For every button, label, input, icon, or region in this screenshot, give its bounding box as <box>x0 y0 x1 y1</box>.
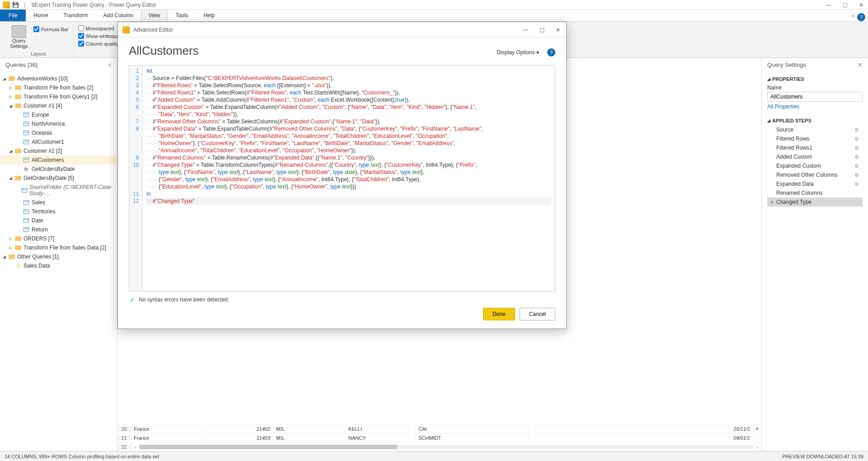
delete-step-icon[interactable]: ✕ <box>770 200 774 205</box>
properties-heading: PROPERTIES <box>772 76 804 82</box>
tab-help[interactable]: Help <box>196 9 222 21</box>
applied-step[interactable]: Filtered Rows1⚙ <box>767 143 863 152</box>
status-bar: 14 COLUMNS, 999+ ROWS Column profiling b… <box>0 451 868 461</box>
tree-item[interactable]: ◢AdventureWorks [10] <box>0 74 117 83</box>
tab-home[interactable]: Home <box>26 9 56 21</box>
applied-step[interactable]: ✕Changed Type <box>767 198 863 207</box>
help-icon[interactable]: ? <box>547 48 555 56</box>
dialog-title: Advanced Editor <box>133 27 173 33</box>
applied-step[interactable]: Filtered Rows⚙ <box>767 134 863 143</box>
tree-item-label: Customer #1 [4] <box>23 103 62 109</box>
divider-icon: | <box>21 1 28 9</box>
advanced-editor-dialog: Advanced Editor — ▢ ✕ AllCustomers Displ… <box>117 22 567 329</box>
formula-bar-checkbox[interactable]: Formula Bar <box>33 25 69 33</box>
window-title: 9Expert Training Power Query - Power Que… <box>32 2 156 8</box>
tree-item[interactable]: Date <box>0 216 117 225</box>
tree-item[interactable]: AllCustomers <box>0 155 117 165</box>
tree-item[interactable]: ▷ORDERS [7] <box>0 234 117 243</box>
save-icon[interactable]: 💾 <box>12 1 19 9</box>
settings-title: Query Settings <box>767 61 806 68</box>
tab-file[interactable]: File <box>0 9 26 21</box>
applied-step[interactable]: Removed Other Columns⚙ <box>767 170 863 179</box>
tree-item[interactable]: Territories <box>0 207 117 216</box>
step-label: Removed Other Columns <box>776 172 837 178</box>
tree-item[interactable]: SourceFolder (C:\9EXPERT-Case-Study-… <box>0 183 117 198</box>
tree-item[interactable]: Return <box>0 225 117 234</box>
ribbon-collapse-icon[interactable]: ^ <box>852 14 854 20</box>
tab-tools[interactable]: Tools <box>168 9 196 21</box>
tree-item[interactable]: fxGetOrdersByDate <box>0 165 117 174</box>
tab-view[interactable]: View <box>141 9 168 21</box>
tree-item[interactable]: Europe <box>0 110 117 119</box>
table-row[interactable]: 21France11403MS.NANCYSCHMIDT09/01/1 <box>117 433 761 442</box>
applied-step[interactable]: Expanded Data⚙ <box>767 179 863 188</box>
queries-tree[interactable]: ◢AdventureWorks [10]▷Transform File from… <box>0 72 117 451</box>
tree-item[interactable]: ◢Customer #1 [4] <box>0 101 117 110</box>
step-label: Filtered Rows1 <box>776 145 812 151</box>
tree-item-label: Sales <box>32 199 45 206</box>
query-settings-button[interactable]: Query Settings <box>8 24 30 49</box>
code-editor[interactable]: 123456 78 910 1112 let····Source = Folde… <box>129 65 555 292</box>
window-titlebar: 💾 | 9Expert Training Power Query - Power… <box>0 0 868 10</box>
table-row[interactable]: 22‹› <box>117 442 761 451</box>
tree-item[interactable]: ◢GetOrdersByDate [5] <box>0 174 117 183</box>
dialog-minimize-icon[interactable]: — <box>522 27 529 33</box>
query-settings-panel: Query Settings ✕ ◢PROPERTIES Name All Pr… <box>761 58 868 451</box>
step-label: Filtered Rows <box>776 136 809 142</box>
window-maximize-icon[interactable]: ▢ <box>841 2 849 8</box>
app-icon <box>3 1 10 9</box>
gear-icon[interactable]: ⚙ <box>854 163 859 169</box>
gear-icon[interactable]: ⚙ <box>854 145 859 151</box>
step-label: Source <box>776 127 793 133</box>
ribbon-tabs: File Home Transform Add Column View Tool… <box>0 10 868 22</box>
queries-collapse-icon[interactable]: < <box>108 61 112 68</box>
applied-steps-heading: APPLIED STEPS <box>772 118 812 123</box>
window-minimize-icon[interactable]: — <box>825 2 833 8</box>
tree-item[interactable]: ▷Transform File from Sales [2] <box>0 83 117 92</box>
scroll-right-icon[interactable]: › <box>753 444 761 450</box>
gear-icon[interactable]: ⚙ <box>854 136 859 142</box>
tree-item[interactable]: ◢Other Queries [1] <box>0 252 117 261</box>
gear-icon[interactable]: ⚙ <box>854 172 859 178</box>
tree-item-label: Other Queries [1] <box>17 254 59 260</box>
tab-add-column[interactable]: Add Column <box>96 9 141 21</box>
tree-item[interactable]: NorthAmerica <box>0 119 117 128</box>
help-icon[interactable]: ? <box>857 13 865 21</box>
tree-item-label: AdventureWorks [10] <box>17 75 68 82</box>
gear-icon[interactable]: ⚙ <box>854 181 859 187</box>
tree-item-label: NorthAmerica <box>32 121 65 127</box>
applied-step[interactable]: Source⚙ <box>767 125 863 134</box>
gear-icon[interactable]: ⚙ <box>854 154 859 160</box>
done-button[interactable]: Done <box>483 308 515 320</box>
tree-item[interactable]: ◢Customer #2 [2] <box>0 146 117 155</box>
step-label: Changed Type <box>776 199 812 205</box>
dialog-close-icon[interactable]: ✕ <box>554 27 562 33</box>
name-label: Name <box>767 84 863 92</box>
tree-item-label: AllCustomers <box>32 157 64 163</box>
tree-item[interactable]: ▷Transform File from Sales Data [2] <box>0 243 117 252</box>
dialog-maximize-icon[interactable]: ▢ <box>538 27 545 33</box>
tree-item-label: Territories <box>32 208 56 215</box>
gear-icon[interactable]: ⚙ <box>854 127 859 133</box>
step-label: Added Custom <box>776 154 812 160</box>
applied-step[interactable]: Expanded Custom⚙ <box>767 161 863 170</box>
all-properties-link[interactable]: All Properties <box>767 102 799 112</box>
query-name-input[interactable] <box>767 92 863 102</box>
scroll-left-icon[interactable]: ‹ <box>131 444 139 450</box>
tree-item[interactable]: Sales <box>0 198 117 207</box>
tree-item[interactable]: ⚠Sales Data <box>0 261 117 270</box>
applied-step[interactable]: Added Custom⚙ <box>767 152 863 161</box>
app-icon <box>122 26 130 33</box>
tree-item[interactable]: ▷Transform File from Query1 [2] <box>0 92 117 101</box>
tree-item[interactable]: AllCustomer1 <box>0 137 117 146</box>
display-options-dropdown[interactable]: Display Options ▾ <box>497 49 539 56</box>
window-close-icon[interactable]: ✕ <box>857 2 865 8</box>
settings-close-icon[interactable]: ✕ <box>858 61 863 68</box>
table-row[interactable]: 20France11402MS.KELLICAI20/11/1▾ <box>117 424 761 433</box>
tree-item-label: ORDERS [7] <box>23 235 54 242</box>
cancel-button[interactable]: Cancel <box>520 308 555 320</box>
tree-item[interactable]: Oceania <box>0 128 117 137</box>
tree-item-label: Transform File from Sales Data [2] <box>23 245 106 251</box>
tab-transform[interactable]: Transform <box>56 9 95 21</box>
applied-step[interactable]: Renamed Columns <box>767 188 863 198</box>
